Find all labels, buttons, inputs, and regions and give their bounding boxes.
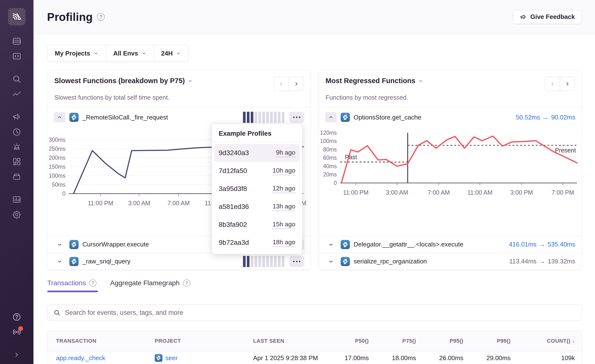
chevron-down-icon	[328, 259, 334, 264]
search-input[interactable]	[65, 309, 576, 317]
profile-item[interactable]: 3a95d3f8 12h ago	[214, 180, 300, 198]
profile-item[interactable]: 7d12fa50 10h ago	[214, 162, 300, 180]
sidebar-item-help[interactable]	[11, 312, 22, 322]
sidebar-item-issues[interactable]	[11, 36, 22, 47]
python-platform-icon	[341, 113, 350, 122]
table-header-row: TRANSACTION PROJECT LAST SEEN P50() P75(…	[48, 331, 582, 351]
tab-transactions[interactable]: Transactions ?	[47, 279, 96, 292]
profile-item[interactable]: 8b3fa902 15h ago	[214, 216, 300, 234]
regression-values[interactable]: 416.01ms→535.40ms	[509, 241, 575, 248]
regression-values[interactable]: 113.44ms→139.32ms	[509, 258, 575, 265]
profile-age[interactable]: 12h ago	[273, 185, 295, 193]
most-regressed-subtitle: Functions by most regressed.	[326, 94, 575, 101]
function-name[interactable]: serialize_rpc_organization	[354, 258, 427, 265]
function-name[interactable]: CursorWrapper.execute	[82, 241, 149, 248]
svg-text:7:00 AM: 7:00 AM	[168, 200, 190, 206]
svg-text:3:00 PM: 3:00 PM	[510, 189, 533, 196]
svg-text:Past: Past	[345, 154, 357, 160]
profile-item[interactable]: a581ed36 13h ago	[214, 198, 300, 216]
sidebar-expand-button[interactable]	[11, 349, 22, 360]
sidebar-item-stats[interactable]	[11, 194, 22, 205]
collapse-row-button[interactable]	[325, 112, 337, 122]
tab-aggregate-flamegraph[interactable]: Aggregate Flamegraph ?	[110, 279, 190, 292]
profile-age[interactable]: 15h ago	[273, 221, 295, 229]
sidebar-item-alerts[interactable]	[11, 142, 22, 152]
collapse-row-button[interactable]	[54, 112, 65, 122]
regression-values[interactable]: 50.52ms→90.02ms	[516, 114, 575, 121]
next-page-button[interactable]	[560, 77, 575, 91]
chevron-left-icon	[550, 81, 555, 87]
svg-text:Present: Present	[555, 147, 576, 154]
most-regressed-title[interactable]: Most Regressed Functions	[326, 77, 423, 85]
row-actions-button[interactable]	[289, 256, 304, 267]
page-help-icon[interactable]: ?	[97, 13, 105, 21]
mini-histogram	[243, 256, 284, 267]
function-name[interactable]: Delegator.__getattr__.<locals>.execute	[354, 241, 463, 248]
chevron-down-icon	[57, 242, 62, 247]
prev-page-button[interactable]	[274, 77, 289, 91]
date-range-filter[interactable]: 24H	[154, 45, 188, 62]
project-filter[interactable]: My Projects	[48, 45, 106, 62]
col-last-seen[interactable]: LAST SEEN	[253, 338, 325, 344]
expand-row-button[interactable]	[54, 256, 65, 267]
col-p75[interactable]: P75()	[369, 338, 416, 344]
col-p50[interactable]: P50()	[325, 338, 369, 344]
sidebar-item-explore[interactable]	[11, 74, 22, 84]
chevron-down-icon	[328, 242, 334, 247]
sidebar-item-projects[interactable]	[11, 51, 22, 62]
prev-page-button[interactable]	[545, 77, 560, 91]
sidebar-item-dashboards[interactable]	[11, 156, 22, 167]
sidebar-item-feedback[interactable]	[11, 111, 22, 122]
tab-help-icon[interactable]: ?	[89, 279, 96, 287]
col-project[interactable]: PROJECT	[155, 338, 253, 344]
content: My Projects All Envs 24H	[33, 34, 595, 364]
sidebar-item-traces[interactable]	[11, 89, 22, 100]
col-p95[interactable]: P95()	[416, 338, 463, 344]
transaction-link[interactable]: app.ready._check	[56, 354, 155, 362]
sentry-logo-icon[interactable]	[8, 8, 25, 25]
megaphone-icon	[12, 112, 22, 122]
sidebar-item-replays[interactable]	[11, 127, 22, 137]
row-actions-button[interactable]	[289, 112, 304, 123]
transactions-table: TRANSACTION PROJECT LAST SEEN P50() P75(…	[47, 331, 582, 364]
col-transaction[interactable]: TRANSACTION	[56, 338, 155, 344]
profile-age[interactable]: 13h ago	[273, 203, 295, 211]
function-name[interactable]: OptionsStore.get_cache	[354, 114, 421, 121]
environment-filter[interactable]: All Envs	[106, 45, 154, 62]
page-header: Profiling ? Give Feedback	[33, 0, 595, 34]
mini-histogram	[243, 111, 284, 123]
expand-row-button[interactable]	[325, 256, 337, 267]
profile-item[interactable]: 9d3240a3 9h ago	[214, 144, 300, 162]
col-p99[interactable]: P99()	[463, 338, 511, 344]
svg-text:100ms: 100ms	[320, 138, 337, 144]
expand-row-button[interactable]	[325, 239, 337, 250]
function-name[interactable]: _RemoteSiloCall._fire_request	[82, 114, 168, 121]
next-page-button[interactable]	[289, 77, 304, 91]
slowest-functions-title[interactable]: Slowest Functions (breakdown by P75)	[54, 77, 193, 85]
profile-id: 9d3240a3	[219, 149, 249, 157]
svg-text:80ms: 80ms	[323, 146, 337, 153]
sidebar-item-settings[interactable]	[11, 209, 22, 220]
last-seen-value: Apr 1 2025 9:28:38 PM	[253, 354, 325, 362]
sidebar-item-whats-new[interactable]	[11, 327, 22, 337]
sidebar-item-releases[interactable]	[11, 171, 22, 182]
chevron-down-icon	[188, 79, 193, 83]
col-count[interactable]: COUNT() ↓	[511, 338, 575, 344]
bar-chart-icon	[12, 195, 22, 204]
before-value: 50.52ms	[516, 114, 540, 121]
project-link[interactable]: seer	[165, 354, 178, 362]
table-row: app.ready._check seer Apr 1 2025 9:28:38…	[48, 351, 582, 364]
expand-row-button[interactable]	[54, 239, 65, 250]
arrow-icon: →	[537, 241, 548, 248]
give-feedback-button[interactable]: Give Feedback	[513, 10, 581, 24]
tab-help-icon[interactable]: ?	[183, 279, 190, 287]
project-cell[interactable]: seer	[155, 354, 253, 362]
profile-age[interactable]: 9h ago	[276, 149, 295, 157]
profile-age[interactable]: 18h ago	[273, 238, 295, 247]
tab-label: Aggregate Flamegraph	[110, 279, 179, 287]
svg-text:0: 0	[334, 180, 337, 186]
function-name[interactable]: _raw_snql_query	[82, 258, 130, 265]
profile-item[interactable]: 9b72aa3d 18h ago	[214, 234, 300, 252]
profile-age[interactable]: 10h ago	[273, 167, 295, 175]
sort-down-icon: ↓	[572, 338, 575, 344]
